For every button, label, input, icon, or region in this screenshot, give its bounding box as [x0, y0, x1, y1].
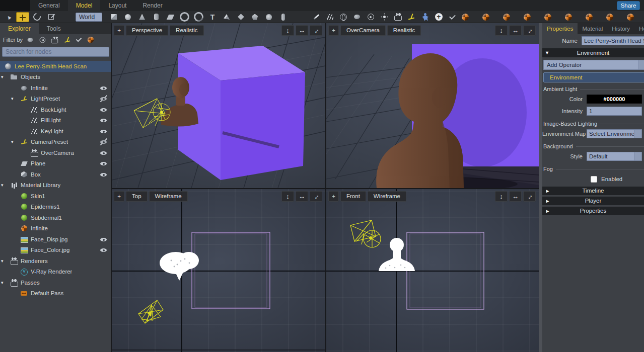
tree-item-epidermis1[interactable]: Epidermis1	[0, 202, 111, 213]
add-viewport-button[interactable]: +	[328, 25, 339, 36]
viewport-camera-button[interactable]: Top	[126, 191, 148, 202]
expand-chevron-icon[interactable]: ▾	[1, 280, 9, 285]
eye-icon[interactable]	[100, 117, 107, 124]
polyhedron-icon[interactable]	[248, 12, 261, 22]
box-icon[interactable]	[107, 12, 120, 22]
viewport-divider-horizontal[interactable]	[112, 188, 539, 189]
expand-chevron-icon[interactable]: ▾	[11, 96, 19, 101]
tree-item-infinite[interactable]: Infinite	[0, 82, 111, 94]
player-section-header[interactable]: ▸ Player	[542, 197, 644, 205]
menu-tab-model[interactable]: Model	[68, 0, 101, 11]
tree-item-face-color-jpg[interactable]: Face_Color.jpg	[0, 245, 111, 256]
tree-item-passes[interactable]: ▾Passes	[0, 277, 111, 288]
mtl-checker-icon[interactable]	[541, 12, 554, 22]
properties-section-header[interactable]: ▸ Properties	[542, 207, 644, 215]
curve-icon[interactable]	[74, 36, 84, 44]
sphere-icon[interactable]	[121, 12, 134, 22]
rock-icon[interactable]	[350, 12, 364, 22]
style-select[interactable]: Default	[587, 152, 642, 161]
pyramid-icon[interactable]	[220, 12, 233, 22]
tree-item-lee-perry-smith-head-scan[interactable]: Lee Perry-Smith Head Scan	[0, 61, 111, 72]
target-icon[interactable]	[37, 36, 47, 44]
tree-item-default-pass[interactable]: Default Pass	[0, 288, 111, 299]
tab-help[interactable]: Help	[634, 23, 644, 34]
resize-h-icon[interactable]	[509, 25, 522, 36]
eye-icon[interactable]	[100, 149, 107, 156]
rock-icon[interactable]	[25, 36, 35, 44]
eye-icon[interactable]	[100, 236, 107, 243]
tree-item-overcamera[interactable]: OverCamera	[0, 147, 111, 158]
add-operator-select[interactable]: Add Operator	[543, 60, 644, 70]
eye-icon[interactable]	[100, 246, 107, 253]
mtl-checker-icon[interactable]	[86, 36, 96, 44]
operator-environment-item[interactable]: Environment	[543, 72, 644, 82]
tree-item-objects[interactable]: ▾Objects	[0, 72, 111, 83]
curve-icon[interactable]	[446, 12, 459, 22]
chevron-down-icon[interactable]	[634, 130, 641, 138]
tree-item-box[interactable]: Box	[0, 169, 111, 180]
rotate-icon[interactable]	[30, 12, 43, 22]
tree-item-subdermal1[interactable]: Subdermal1	[0, 212, 111, 223]
search-input[interactable]	[2, 47, 109, 57]
tree-item-lightpreset[interactable]: ▾LightPreset	[0, 94, 111, 105]
text-icon[interactable]	[206, 12, 219, 22]
tree-item-camerapreset[interactable]: ▾CameraPreset	[0, 137, 111, 148]
tree-item-material-library[interactable]: ▾Material Library	[0, 180, 111, 191]
viewport-divider-vertical[interactable]	[325, 23, 326, 352]
tree-item-skin1[interactable]: Skin1	[0, 191, 111, 202]
quad-icon[interactable]	[234, 12, 247, 22]
select-arrow-icon[interactable]	[2, 12, 15, 22]
tree-item-filllight[interactable]: FillLight	[0, 115, 111, 126]
mtl-checker-icon[interactable]	[500, 12, 513, 22]
viewport-perspective[interactable]: + Perspective Realistic	[112, 23, 325, 188]
axis-icon[interactable]	[405, 12, 418, 22]
add-viewport-button[interactable]: +	[328, 191, 339, 202]
knot-icon[interactable]	[192, 12, 205, 22]
resize-v-icon[interactable]	[495, 191, 508, 202]
tree-item-infinite[interactable]: Infinite	[0, 223, 111, 234]
eye-icon[interactable]	[100, 160, 107, 167]
viewport-mode-button[interactable]: Wireframe	[149, 191, 188, 202]
timeline-section-header[interactable]: ▸ Timeline	[542, 187, 644, 195]
move-icon[interactable]	[16, 12, 29, 22]
name-field[interactable]	[582, 36, 644, 45]
menu-tab-general[interactable]: General	[30, 0, 68, 11]
torus-icon[interactable]	[178, 12, 191, 22]
geosphere-icon[interactable]	[262, 12, 275, 22]
chevron-down-icon[interactable]	[638, 60, 644, 69]
menu-tab-render[interactable]: Render	[134, 0, 170, 11]
cylinder-icon[interactable]	[150, 12, 163, 22]
share-button[interactable]: Share	[617, 1, 640, 10]
add-icon[interactable]	[432, 12, 445, 22]
tab-material[interactable]: Material	[578, 23, 607, 34]
camera-icon[interactable]	[49, 36, 59, 44]
plane-icon[interactable]	[164, 12, 177, 22]
eye-icon[interactable]	[100, 171, 107, 178]
mtl-checker-icon[interactable]	[479, 12, 492, 22]
resize-d-icon[interactable]	[523, 191, 536, 202]
eye-muted-icon[interactable]	[100, 95, 107, 102]
resize-v-icon[interactable]	[281, 25, 294, 36]
tree-item-face-disp-jpg[interactable]: Face_Disp.jpg	[0, 234, 111, 245]
viewport-mode-button[interactable]: Realistic	[387, 25, 421, 36]
color-swatch[interactable]: #000000	[587, 95, 642, 104]
mtl-checker-icon[interactable]	[583, 12, 596, 22]
mtl-checker-icon[interactable]	[459, 12, 472, 22]
light-rays-icon[interactable]	[323, 12, 336, 22]
mtl-checker-icon[interactable]	[624, 12, 637, 22]
environment-section-header[interactable]: ▾ Environment	[542, 48, 644, 57]
resize-d-icon[interactable]	[310, 191, 322, 202]
chevron-down-icon[interactable]	[95, 13, 102, 21]
tree-item-keylight[interactable]: KeyLight	[0, 126, 111, 137]
mtl-checker-icon[interactable]	[562, 12, 575, 22]
tree-item-backlight[interactable]: BackLight	[0, 104, 111, 115]
eye-icon[interactable]	[100, 128, 107, 135]
viewport-camera-button[interactable]: OverCamera	[340, 25, 386, 36]
globe-icon[interactable]	[337, 12, 350, 22]
eye-muted-icon[interactable]	[100, 138, 107, 145]
tab-tools[interactable]: Tools	[39, 23, 69, 34]
viewport-front[interactable]: + Front Wireframe	[326, 189, 539, 352]
menu-tab-layout[interactable]: Layout	[100, 0, 134, 11]
tree-item-plane[interactable]: Plane	[0, 158, 111, 169]
add-viewport-button[interactable]: +	[114, 25, 124, 36]
